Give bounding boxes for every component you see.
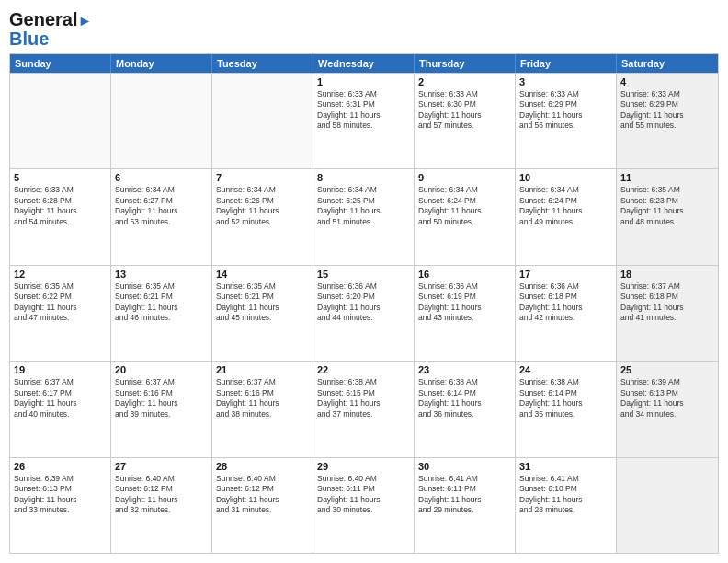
calendar-cell-21: 21Sunrise: 6:37 AM Sunset: 6:16 PM Dayli… — [212, 362, 313, 456]
logo-general: General — [9, 9, 77, 29]
cell-info: Sunrise: 6:41 AM Sunset: 6:10 PM Dayligh… — [519, 474, 612, 516]
day-number: 9 — [418, 172, 511, 183]
cell-info: Sunrise: 6:33 AM Sunset: 6:29 PM Dayligh… — [519, 89, 612, 132]
day-number: 20 — [115, 364, 208, 375]
day-number: 3 — [519, 76, 612, 87]
page-header: General► Blue — [9, 9, 719, 48]
cell-info: Sunrise: 6:36 AM Sunset: 6:20 PM Dayligh… — [317, 282, 410, 324]
cell-info: Sunrise: 6:35 AM Sunset: 6:21 PM Dayligh… — [216, 282, 309, 324]
day-number: 18 — [620, 269, 714, 280]
logo-arrow: ► — [77, 13, 92, 29]
calendar-cell-6: 6Sunrise: 6:34 AM Sunset: 6:27 PM Daylig… — [111, 169, 212, 264]
calendar-cell-empty-0-2 — [212, 74, 313, 168]
cell-info: Sunrise: 6:37 AM Sunset: 6:16 PM Dayligh… — [115, 377, 208, 419]
cell-info: Sunrise: 6:35 AM Sunset: 6:22 PM Dayligh… — [14, 282, 107, 324]
cell-info: Sunrise: 6:37 AM Sunset: 6:17 PM Dayligh… — [14, 377, 107, 419]
day-number: 13 — [115, 269, 208, 280]
calendar-cell-20: 20Sunrise: 6:37 AM Sunset: 6:16 PM Dayli… — [111, 362, 212, 456]
cell-info: Sunrise: 6:36 AM Sunset: 6:18 PM Dayligh… — [519, 282, 612, 324]
calendar-cell-8: 8Sunrise: 6:34 AM Sunset: 6:25 PM Daylig… — [313, 169, 415, 264]
cell-info: Sunrise: 6:38 AM Sunset: 6:14 PM Dayligh… — [418, 377, 511, 419]
cell-info: Sunrise: 6:39 AM Sunset: 6:13 PM Dayligh… — [620, 377, 714, 419]
calendar-cell-1: 1Sunrise: 6:33 AM Sunset: 6:31 PM Daylig… — [313, 74, 415, 168]
day-number: 12 — [14, 269, 107, 280]
calendar-cell-23: 23Sunrise: 6:38 AM Sunset: 6:14 PM Dayli… — [415, 362, 516, 456]
calendar-header: SundayMondayTuesdayWednesdayThursdayFrid… — [10, 54, 718, 73]
calendar-body: 1Sunrise: 6:33 AM Sunset: 6:31 PM Daylig… — [10, 73, 718, 553]
calendar-cell-15: 15Sunrise: 6:36 AM Sunset: 6:20 PM Dayli… — [313, 266, 415, 361]
cell-info: Sunrise: 6:40 AM Sunset: 6:12 PM Dayligh… — [115, 474, 208, 516]
cell-info: Sunrise: 6:35 AM Sunset: 6:23 PM Dayligh… — [620, 185, 714, 227]
cell-info: Sunrise: 6:33 AM Sunset: 6:28 PM Dayligh… — [14, 185, 107, 227]
calendar-cell-31: 31Sunrise: 6:41 AM Sunset: 6:10 PM Dayli… — [516, 458, 617, 553]
calendar-cell-11: 11Sunrise: 6:35 AM Sunset: 6:23 PM Dayli… — [617, 169, 718, 264]
day-number: 15 — [317, 269, 410, 280]
cell-info: Sunrise: 6:33 AM Sunset: 6:31 PM Dayligh… — [317, 89, 410, 132]
calendar-row-1: 5Sunrise: 6:33 AM Sunset: 6:28 PM Daylig… — [10, 168, 718, 264]
calendar-cell-25: 25Sunrise: 6:39 AM Sunset: 6:13 PM Dayli… — [617, 362, 718, 456]
cell-info: Sunrise: 6:39 AM Sunset: 6:13 PM Dayligh… — [14, 474, 107, 516]
day-number: 25 — [620, 364, 714, 375]
calendar-cell-10: 10Sunrise: 6:34 AM Sunset: 6:24 PM Dayli… — [516, 169, 617, 264]
day-number: 26 — [14, 461, 107, 472]
calendar: SundayMondayTuesdayWednesdayThursdayFrid… — [9, 53, 719, 554]
cell-info: Sunrise: 6:38 AM Sunset: 6:15 PM Dayligh… — [317, 377, 410, 419]
cell-info: Sunrise: 6:34 AM Sunset: 6:24 PM Dayligh… — [519, 185, 612, 227]
logo-blue: Blue — [9, 29, 92, 48]
day-number: 6 — [115, 172, 208, 183]
calendar-cell-13: 13Sunrise: 6:35 AM Sunset: 6:21 PM Dayli… — [111, 266, 212, 361]
day-number: 1 — [317, 76, 410, 87]
day-number: 30 — [418, 461, 511, 472]
day-number: 14 — [216, 269, 309, 280]
calendar-cell-2: 2Sunrise: 6:33 AM Sunset: 6:30 PM Daylig… — [415, 74, 516, 168]
day-number: 23 — [418, 364, 511, 375]
cell-info: Sunrise: 6:35 AM Sunset: 6:21 PM Dayligh… — [115, 282, 208, 324]
day-number: 17 — [519, 269, 612, 280]
day-number: 4 — [620, 76, 714, 87]
calendar-cell-27: 27Sunrise: 6:40 AM Sunset: 6:12 PM Dayli… — [111, 458, 212, 553]
day-number: 5 — [14, 172, 107, 183]
calendar-cell-18: 18Sunrise: 6:37 AM Sunset: 6:18 PM Dayli… — [617, 266, 718, 361]
calendar-row-4: 26Sunrise: 6:39 AM Sunset: 6:13 PM Dayli… — [10, 457, 718, 553]
weekday-header-thursday: Thursday — [415, 54, 516, 73]
calendar-row-2: 12Sunrise: 6:35 AM Sunset: 6:22 PM Dayli… — [10, 265, 718, 361]
weekday-header-friday: Friday — [516, 54, 617, 73]
calendar-cell-28: 28Sunrise: 6:40 AM Sunset: 6:12 PM Dayli… — [212, 458, 313, 553]
calendar-cell-7: 7Sunrise: 6:34 AM Sunset: 6:26 PM Daylig… — [212, 169, 313, 264]
weekday-header-monday: Monday — [111, 54, 212, 73]
cell-info: Sunrise: 6:41 AM Sunset: 6:11 PM Dayligh… — [418, 474, 511, 516]
weekday-header-saturday: Saturday — [617, 54, 718, 73]
weekday-header-tuesday: Tuesday — [212, 54, 313, 73]
calendar-cell-empty-4-6 — [617, 458, 718, 553]
day-number: 28 — [216, 461, 309, 472]
day-number: 21 — [216, 364, 309, 375]
calendar-cell-24: 24Sunrise: 6:38 AM Sunset: 6:14 PM Dayli… — [516, 362, 617, 456]
cell-info: Sunrise: 6:36 AM Sunset: 6:19 PM Dayligh… — [418, 282, 511, 324]
cell-info: Sunrise: 6:40 AM Sunset: 6:11 PM Dayligh… — [317, 474, 410, 516]
calendar-cell-4: 4Sunrise: 6:33 AM Sunset: 6:29 PM Daylig… — [617, 74, 718, 168]
logo: General► Blue — [9, 9, 92, 48]
cell-info: Sunrise: 6:34 AM Sunset: 6:27 PM Dayligh… — [115, 185, 208, 227]
calendar-cell-9: 9Sunrise: 6:34 AM Sunset: 6:24 PM Daylig… — [415, 169, 516, 264]
calendar-cell-14: 14Sunrise: 6:35 AM Sunset: 6:21 PM Dayli… — [212, 266, 313, 361]
weekday-header-wednesday: Wednesday — [313, 54, 415, 73]
calendar-cell-5: 5Sunrise: 6:33 AM Sunset: 6:28 PM Daylig… — [10, 169, 111, 264]
day-number: 22 — [317, 364, 410, 375]
cell-info: Sunrise: 6:34 AM Sunset: 6:24 PM Dayligh… — [418, 185, 511, 227]
calendar-cell-empty-0-0 — [10, 74, 111, 168]
calendar-cell-empty-0-1 — [111, 74, 212, 168]
day-number: 16 — [418, 269, 511, 280]
day-number: 11 — [620, 172, 714, 183]
day-number: 31 — [519, 461, 612, 472]
cell-info: Sunrise: 6:40 AM Sunset: 6:12 PM Dayligh… — [216, 474, 309, 516]
day-number: 24 — [519, 364, 612, 375]
cell-info: Sunrise: 6:33 AM Sunset: 6:29 PM Dayligh… — [620, 89, 714, 132]
cell-info: Sunrise: 6:34 AM Sunset: 6:26 PM Dayligh… — [216, 185, 309, 227]
calendar-cell-17: 17Sunrise: 6:36 AM Sunset: 6:18 PM Dayli… — [516, 266, 617, 361]
calendar-row-0: 1Sunrise: 6:33 AM Sunset: 6:31 PM Daylig… — [10, 73, 718, 168]
calendar-row-3: 19Sunrise: 6:37 AM Sunset: 6:17 PM Dayli… — [10, 361, 718, 456]
day-number: 19 — [14, 364, 107, 375]
cell-info: Sunrise: 6:37 AM Sunset: 6:18 PM Dayligh… — [620, 282, 714, 324]
day-number: 10 — [519, 172, 612, 183]
day-number: 27 — [115, 461, 208, 472]
